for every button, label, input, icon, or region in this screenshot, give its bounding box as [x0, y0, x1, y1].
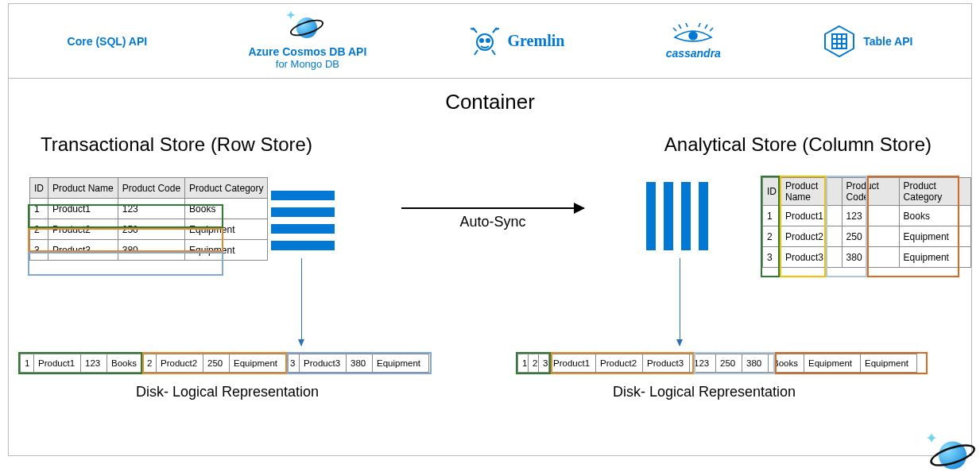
cosmos-planet-icon: ✦	[289, 12, 326, 44]
th-id: ID	[763, 178, 781, 206]
auto-sync-label: Auto-Sync	[401, 214, 584, 230]
th-cat: Product Category	[185, 178, 268, 199]
table-row: 1Product1123Books	[763, 206, 971, 226]
th-code: Product Code	[842, 178, 899, 206]
row-store-table: ID Product Name Product Code Product Cat…	[29, 177, 268, 261]
api-table-label: Table API	[863, 35, 912, 48]
api-mongo-line1: Azure Cosmos DB API	[248, 45, 366, 58]
table-row: 3Product3380Equipment	[763, 247, 971, 268]
table-row: 1Product1123Books	[30, 199, 268, 219]
api-core-label: Core (SQL) API	[68, 35, 148, 48]
row-bars-icon	[271, 184, 343, 257]
column-bars-icon	[646, 182, 708, 253]
api-mongo: ✦ Azure Cosmos DB API for Mongo DB	[248, 12, 366, 70]
api-cassandra-label: cassandra	[666, 47, 721, 60]
table-hexagon-icon	[822, 25, 857, 58]
api-gremlin-label: Gremlin	[508, 32, 565, 50]
table-row: 2Product2250Equipment	[763, 226, 971, 247]
disk-caption-right: Disk- Logical Representation	[613, 384, 796, 400]
table-row: 2Product2250Equipment	[30, 219, 268, 240]
transactional-title: Transactional Store (Row Store)	[41, 133, 312, 156]
api-cassandra: cassandra	[666, 23, 721, 60]
svg-point-2	[486, 39, 490, 42]
arrow-to-disk-right	[680, 258, 680, 346]
svg-point-3	[689, 32, 697, 40]
column-store-table: ID Product Name Product Code Product Cat…	[762, 177, 971, 268]
api-table: Table API	[822, 25, 912, 58]
disk-caption-left: Disk- Logical Representation	[136, 384, 319, 400]
cosmos-planet-icon: ✦	[929, 434, 978, 472]
cassandra-eye-icon	[672, 23, 715, 45]
api-mongo-line2: for Mongo DB	[248, 58, 366, 70]
th-id: ID	[30, 178, 48, 199]
container-title: Container	[9, 90, 971, 114]
api-gremlin: Gremlin	[468, 26, 565, 56]
arrow-to-disk-left	[301, 258, 302, 346]
api-core-sql: Core (SQL) API	[68, 35, 148, 48]
diagram-frame: Core (SQL) API ✦ Azure Cosmos DB API for…	[8, 3, 972, 456]
gremlin-icon	[468, 26, 502, 56]
disk-row-right: 1 2 3 Product1 Product2 Product3 123 250…	[517, 354, 916, 373]
th-code: Product Code	[118, 178, 184, 199]
svg-rect-4	[832, 34, 846, 48]
th-cat: Product Category	[899, 178, 970, 206]
auto-sync-arrow: Auto-Sync	[401, 207, 584, 230]
table-row: 3Product3380Equipment	[30, 240, 268, 261]
disk-row-left: 1 Product1 123 Books 2 Product2 250 Equi…	[20, 354, 428, 373]
analytical-title: Analytical Store (Column Store)	[664, 133, 932, 156]
th-name: Product Name	[781, 178, 842, 206]
th-name: Product Name	[48, 178, 118, 199]
api-bar: Core (SQL) API ✦ Azure Cosmos DB API for…	[9, 4, 971, 79]
svg-point-1	[480, 39, 483, 42]
